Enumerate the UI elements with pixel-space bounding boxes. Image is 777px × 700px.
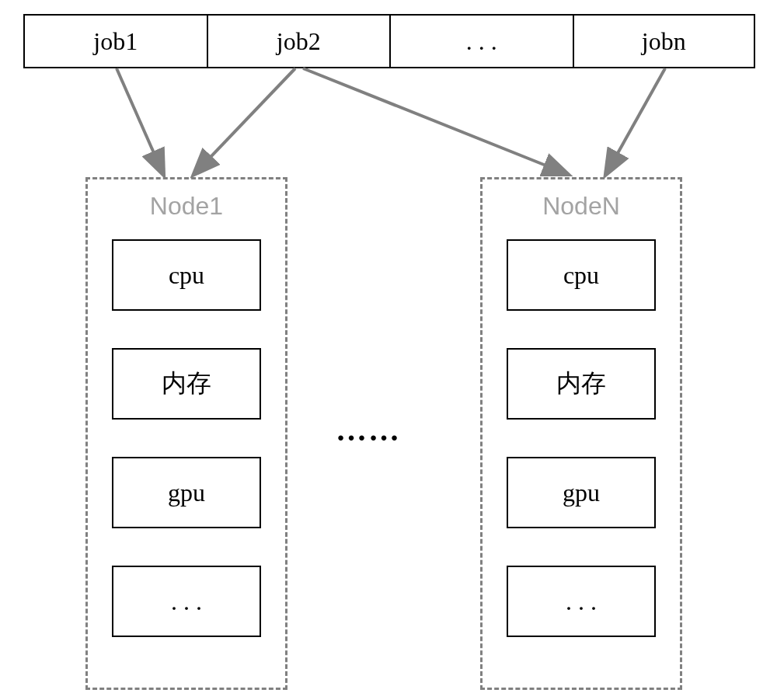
node-1-ellipsis: . . . [112,566,261,637]
job-cell-n: jobn [573,14,756,68]
node-1-cpu: cpu [112,239,261,311]
node-n-title: NodeN [542,192,620,221]
job-cell-2: job2 [207,14,390,68]
node-n-cpu: cpu [507,239,656,311]
job-queue-row: job1 job2 . . . jobn [23,14,755,68]
nodes-ellipsis: …… [336,412,401,448]
node-1-gpu: gpu [112,457,261,528]
arrow-job2-nodeN [303,68,567,174]
node-n-gpu: gpu [507,457,656,528]
node-1-title: Node1 [150,192,223,221]
node-n-ellipsis: . . . [507,566,656,637]
node-box-1: Node1 cpu 内存 gpu . . . [85,177,287,690]
node-1-memory: 内存 [112,348,261,420]
job-cell-ellipsis: . . . [389,14,573,68]
arrow-job2-node1 [194,68,295,174]
node-box-n: NodeN cpu 内存 gpu . . . [480,177,682,690]
job-cell-1: job1 [23,14,207,68]
node-n-memory: 内存 [507,348,656,420]
arrow-jobn-nodeN [606,68,665,174]
arrow-job1-node1 [117,68,163,174]
